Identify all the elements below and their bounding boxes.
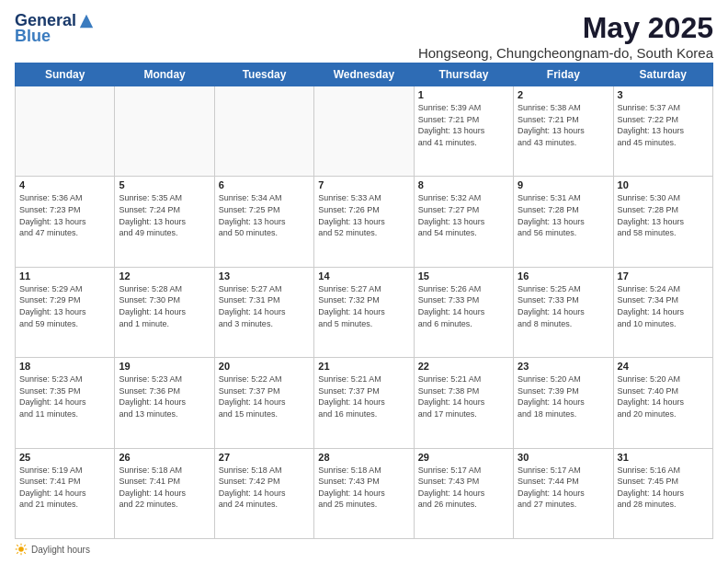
calendar-week-row: 11Sunrise: 5:29 AM Sunset: 7:29 PM Dayli… (16, 267, 713, 357)
day-number: 17 (618, 270, 709, 282)
day-number: 1 (418, 89, 509, 100)
day-info: Sunrise: 5:22 AM Sunset: 7:37 PM Dayligh… (219, 373, 310, 419)
day-number: 16 (518, 270, 609, 282)
location-subtitle: Hongseong, Chungcheongnam-do, South Kore… (95, 45, 713, 61)
calendar-table: SundayMondayTuesdayWednesdayThursdayFrid… (15, 63, 713, 539)
calendar-cell: 13Sunrise: 5:27 AM Sunset: 7:31 PM Dayli… (214, 267, 313, 357)
calendar-cell: 1Sunrise: 5:39 AM Sunset: 7:21 PM Daylig… (414, 86, 513, 177)
calendar-cell: 24Sunrise: 5:20 AM Sunset: 7:40 PM Dayli… (613, 358, 712, 448)
day-info: Sunrise: 5:36 AM Sunset: 7:23 PM Dayligh… (19, 192, 110, 238)
day-info: Sunrise: 5:18 AM Sunset: 7:41 PM Dayligh… (119, 465, 210, 511)
calendar-cell: 30Sunrise: 5:17 AM Sunset: 7:44 PM Dayli… (514, 448, 613, 538)
calendar-week-row: 18Sunrise: 5:23 AM Sunset: 7:35 PM Dayli… (16, 358, 713, 448)
calendar-cell: 23Sunrise: 5:20 AM Sunset: 7:39 PM Dayli… (514, 358, 613, 448)
day-number: 18 (19, 361, 110, 372)
calendar-week-row: 4Sunrise: 5:36 AM Sunset: 7:23 PM Daylig… (16, 177, 713, 267)
day-info: Sunrise: 5:34 AM Sunset: 7:25 PM Dayligh… (219, 192, 310, 238)
footer-note: Daylight hours (15, 543, 713, 556)
col-header-saturday: Saturday (613, 63, 712, 86)
calendar-cell: 31Sunrise: 5:16 AM Sunset: 7:45 PM Dayli… (613, 448, 712, 538)
day-info: Sunrise: 5:37 AM Sunset: 7:22 PM Dayligh… (618, 102, 709, 148)
day-info: Sunrise: 5:20 AM Sunset: 7:39 PM Dayligh… (518, 373, 609, 419)
calendar-cell: 27Sunrise: 5:18 AM Sunset: 7:42 PM Dayli… (214, 448, 313, 538)
col-header-thursday: Thursday (414, 63, 513, 86)
sun-icon (15, 543, 28, 556)
calendar-week-row: 25Sunrise: 5:19 AM Sunset: 7:41 PM Dayli… (16, 448, 713, 538)
calendar-cell: 28Sunrise: 5:18 AM Sunset: 7:43 PM Dayli… (314, 448, 414, 538)
svg-line-8 (24, 545, 26, 546)
day-number: 30 (518, 452, 609, 463)
day-info: Sunrise: 5:21 AM Sunset: 7:37 PM Dayligh… (318, 373, 409, 419)
day-info: Sunrise: 5:35 AM Sunset: 7:24 PM Dayligh… (119, 192, 210, 238)
day-info: Sunrise: 5:19 AM Sunset: 7:41 PM Dayligh… (19, 465, 110, 511)
day-info: Sunrise: 5:17 AM Sunset: 7:44 PM Dayligh… (518, 465, 609, 511)
col-header-wednesday: Wednesday (314, 63, 414, 86)
header: General Blue May 2025 Hongseong, Chungch… (15, 11, 713, 61)
day-number: 15 (418, 270, 509, 282)
calendar-cell: 8Sunrise: 5:32 AM Sunset: 7:27 PM Daylig… (414, 177, 513, 267)
calendar-cell: 17Sunrise: 5:24 AM Sunset: 7:34 PM Dayli… (613, 267, 712, 357)
calendar-cell: 3Sunrise: 5:37 AM Sunset: 7:22 PM Daylig… (613, 86, 712, 177)
day-number: 24 (618, 361, 709, 372)
day-number: 21 (318, 361, 409, 372)
day-number: 20 (219, 361, 310, 372)
day-info: Sunrise: 5:27 AM Sunset: 7:31 PM Dayligh… (219, 283, 310, 329)
day-number: 27 (219, 452, 310, 463)
page: General Blue May 2025 Hongseong, Chungch… (0, 0, 728, 563)
calendar-cell: 25Sunrise: 5:19 AM Sunset: 7:41 PM Dayli… (16, 448, 115, 538)
day-info: Sunrise: 5:32 AM Sunset: 7:27 PM Dayligh… (418, 192, 509, 238)
calendar-header-row: SundayMondayTuesdayWednesdayThursdayFrid… (16, 63, 713, 86)
col-header-friday: Friday (514, 63, 613, 86)
calendar-cell (214, 86, 313, 177)
calendar-cell (115, 86, 214, 177)
day-info: Sunrise: 5:27 AM Sunset: 7:32 PM Dayligh… (318, 283, 409, 329)
month-title: May 2025 (95, 11, 713, 45)
calendar-cell: 14Sunrise: 5:27 AM Sunset: 7:32 PM Dayli… (314, 267, 414, 357)
calendar-cell: 29Sunrise: 5:17 AM Sunset: 7:43 PM Dayli… (414, 448, 513, 538)
day-number: 14 (318, 270, 409, 282)
day-info: Sunrise: 5:33 AM Sunset: 7:26 PM Dayligh… (318, 192, 409, 238)
logo-icon (78, 13, 95, 29)
calendar-cell: 20Sunrise: 5:22 AM Sunset: 7:37 PM Dayli… (214, 358, 313, 448)
day-number: 11 (19, 270, 110, 282)
day-info: Sunrise: 5:17 AM Sunset: 7:43 PM Dayligh… (418, 465, 509, 511)
calendar-week-row: 1Sunrise: 5:39 AM Sunset: 7:21 PM Daylig… (16, 86, 713, 177)
col-header-tuesday: Tuesday (214, 63, 313, 86)
day-number: 8 (418, 179, 509, 190)
day-info: Sunrise: 5:23 AM Sunset: 7:35 PM Dayligh… (19, 373, 110, 419)
day-info: Sunrise: 5:16 AM Sunset: 7:45 PM Dayligh… (618, 465, 709, 511)
day-number: 10 (618, 179, 709, 190)
day-info: Sunrise: 5:39 AM Sunset: 7:21 PM Dayligh… (418, 102, 509, 148)
day-number: 6 (219, 179, 310, 190)
day-info: Sunrise: 5:28 AM Sunset: 7:30 PM Dayligh… (119, 283, 210, 329)
day-info: Sunrise: 5:24 AM Sunset: 7:34 PM Dayligh… (618, 283, 709, 329)
calendar-cell: 4Sunrise: 5:36 AM Sunset: 7:23 PM Daylig… (16, 177, 115, 267)
col-header-sunday: Sunday (16, 63, 115, 86)
day-number: 28 (318, 452, 409, 463)
day-info: Sunrise: 5:29 AM Sunset: 7:29 PM Dayligh… (19, 283, 110, 329)
day-number: 29 (418, 452, 509, 463)
calendar-cell: 2Sunrise: 5:38 AM Sunset: 7:21 PM Daylig… (514, 86, 613, 177)
calendar-cell: 12Sunrise: 5:28 AM Sunset: 7:30 PM Dayli… (115, 267, 214, 357)
calendar-cell: 7Sunrise: 5:33 AM Sunset: 7:26 PM Daylig… (314, 177, 414, 267)
day-info: Sunrise: 5:38 AM Sunset: 7:21 PM Dayligh… (518, 102, 609, 148)
svg-marker-0 (80, 14, 93, 27)
day-number: 7 (318, 179, 409, 190)
day-info: Sunrise: 5:20 AM Sunset: 7:40 PM Dayligh… (618, 373, 709, 419)
calendar-cell: 21Sunrise: 5:21 AM Sunset: 7:37 PM Dayli… (314, 358, 414, 448)
calendar-cell: 15Sunrise: 5:26 AM Sunset: 7:33 PM Dayli… (414, 267, 513, 357)
day-number: 23 (518, 361, 609, 372)
calendar-cell: 11Sunrise: 5:29 AM Sunset: 7:29 PM Dayli… (16, 267, 115, 357)
day-number: 3 (618, 89, 709, 100)
svg-line-9 (17, 552, 18, 554)
calendar-cell: 9Sunrise: 5:31 AM Sunset: 7:28 PM Daylig… (514, 177, 613, 267)
calendar-cell: 22Sunrise: 5:21 AM Sunset: 7:38 PM Dayli… (414, 358, 513, 448)
calendar-cell: 10Sunrise: 5:30 AM Sunset: 7:28 PM Dayli… (613, 177, 712, 267)
day-number: 12 (119, 270, 210, 282)
calendar-cell: 26Sunrise: 5:18 AM Sunset: 7:41 PM Dayli… (115, 448, 214, 538)
day-info: Sunrise: 5:21 AM Sunset: 7:38 PM Dayligh… (418, 373, 509, 419)
day-number: 5 (119, 179, 210, 190)
day-info: Sunrise: 5:26 AM Sunset: 7:33 PM Dayligh… (418, 283, 509, 329)
day-number: 9 (518, 179, 609, 190)
day-info: Sunrise: 5:18 AM Sunset: 7:42 PM Dayligh… (219, 465, 310, 511)
